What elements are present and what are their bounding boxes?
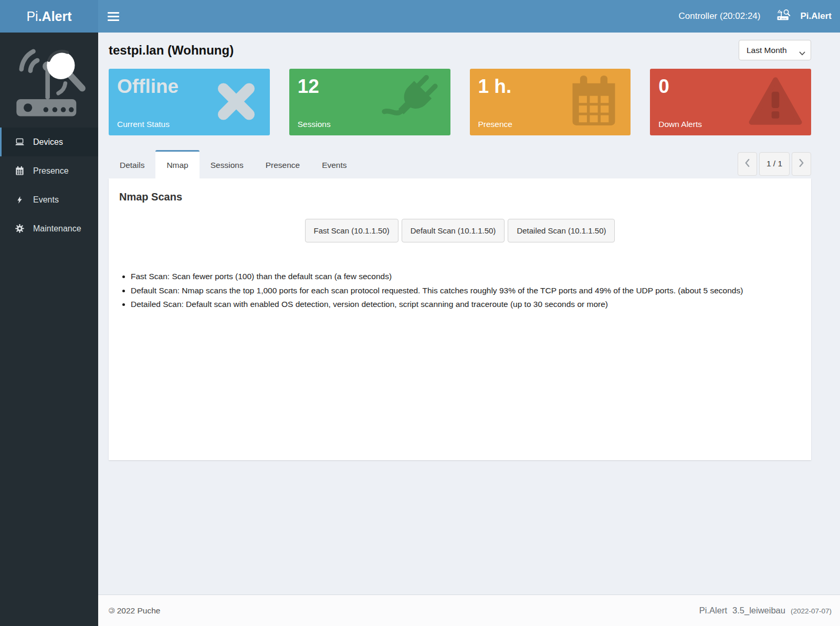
sidebar-item-maintenance[interactable]: Maintenance — [0, 214, 98, 243]
controller-status: Controller (20:02:24) — [679, 11, 761, 22]
card-label: Sessions — [298, 120, 331, 129]
next-device-button[interactable] — [792, 152, 811, 176]
tab-nmap[interactable]: Nmap — [155, 150, 199, 178]
pialert-router-magnifier-logo — [0, 33, 98, 128]
footer-version: Pi.Alert 3.5_leiweibau (2022-07-07) — [699, 606, 832, 616]
laptop-icon — [14, 136, 25, 148]
footer-copyright: © 2022 Puche — [109, 606, 160, 616]
nmap-heading: Nmap Scans — [119, 191, 805, 203]
card-label: Presence — [478, 120, 512, 129]
detail-tabs: Details Nmap Sessions Presence Events 1 … — [109, 150, 811, 178]
period-select-wrap: Last Month — [739, 40, 811, 60]
card-label: Current Status — [117, 120, 170, 129]
card-presence: 1 h. Presence — [470, 69, 631, 135]
detailed-scan-button[interactable]: Detailed Scan (10.1.1.50) — [508, 219, 615, 242]
tab-presence[interactable]: Presence — [255, 150, 311, 178]
scan-buttons: Fast Scan (10.1.1.50) Default Scan (10.1… — [115, 219, 805, 242]
pialert-app: Pi.Alert Controller (20:02:24) — [0, 0, 840, 626]
card-label: Down Alerts — [658, 120, 702, 129]
account-link[interactable]: Pi.Alert — [800, 11, 832, 22]
card-current-status: Offline Current Status — [109, 69, 270, 135]
tab-details[interactable]: Details — [109, 150, 155, 178]
scan-notes: Fast Scan: Scan fewer ports (100) than t… — [131, 270, 805, 312]
card-down-alerts: 0 Down Alerts — [650, 69, 811, 135]
scan-note: Default Scan: Nmap scans the top 1,000 p… — [131, 284, 805, 298]
nmap-panel: Nmap Scans Fast Scan (10.1.1.50) Default… — [109, 178, 811, 460]
device-pagination: 1 / 1 — [738, 152, 811, 176]
sidebar: Devices Presence — [0, 33, 98, 626]
card-value: 0 — [658, 77, 803, 97]
sidebar-item-devices[interactable]: Devices — [0, 128, 98, 156]
card-value: Offline — [117, 77, 261, 97]
sidebar-item-label: Presence — [33, 166, 69, 176]
sidebar-item-presence[interactable]: Presence — [0, 156, 98, 185]
sidebar-item-events[interactable]: Events — [0, 185, 98, 214]
top-bar: Controller (20:02:24) Pi.Alert — [98, 0, 840, 33]
default-scan-button[interactable]: Default Scan (10.1.1.50) — [402, 219, 505, 242]
chevron-right-icon — [799, 158, 804, 169]
page-title: testpi.lan (Wohnung) — [109, 43, 234, 58]
period-select[interactable]: Last Month — [739, 40, 811, 60]
hamburger-icon[interactable] — [108, 12, 119, 21]
card-value: 12 — [298, 77, 442, 97]
scan-note: Fast Scan: Scan fewer ports (100) than t… — [131, 270, 805, 284]
tab-events[interactable]: Events — [311, 150, 358, 178]
topbar-right: Controller (20:02:24) Pi.Alert — [679, 8, 832, 24]
card-sessions: 12 Sessions — [289, 69, 450, 135]
footer: © 2022 Puche Pi.Alert 3.5_leiweibau (202… — [98, 595, 840, 626]
calendar-icon — [14, 165, 25, 177]
brand-logo[interactable]: Pi.Alert — [0, 0, 98, 33]
copyleft-icon: © — [109, 606, 114, 616]
fast-scan-button[interactable]: Fast Scan (10.1.1.50) — [305, 219, 398, 242]
card-value: 1 h. — [478, 77, 623, 97]
brand-prefix: Pi — [26, 9, 38, 24]
sidebar-item-label: Devices — [33, 137, 63, 147]
bolt-icon — [14, 194, 25, 206]
sidebar-item-label: Events — [33, 195, 59, 205]
sidebar-nav: Devices Presence — [0, 128, 98, 243]
stat-cards: Offline Current Status 12 Sessions — [109, 69, 811, 135]
tab-sessions[interactable]: Sessions — [200, 150, 255, 178]
main-area: testpi.lan (Wohnung) Last Month Offline … — [98, 33, 840, 626]
scan-note: Detailed Scan: Default scan with enabled… — [131, 298, 805, 312]
brand-suffix: .Alert — [38, 9, 72, 24]
page-indicator: 1 / 1 — [759, 152, 790, 176]
chevron-left-icon — [744, 158, 750, 169]
sidebar-item-label: Maintenance — [33, 224, 81, 234]
prev-device-button[interactable] — [738, 152, 757, 176]
router-scan-icon — [776, 8, 794, 24]
gear-icon — [14, 223, 25, 235]
